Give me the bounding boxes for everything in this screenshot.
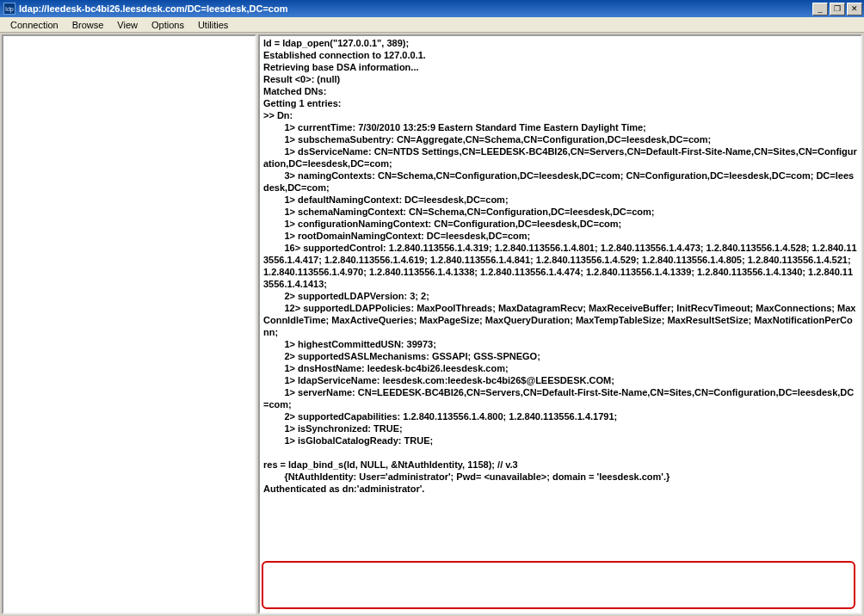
content-area: ld = ldap_open("127.0.0.1", 389); Establ…: [0, 33, 864, 616]
menu-utilities[interactable]: Utilities: [191, 19, 235, 31]
app-icon: ldp: [3, 3, 15, 15]
minimize-button[interactable]: _: [812, 3, 828, 15]
tree-pane[interactable]: [2, 34, 256, 614]
menu-view[interactable]: View: [110, 19, 145, 31]
restore-button[interactable]: ❐: [830, 3, 845, 15]
menu-browse[interactable]: Browse: [65, 19, 111, 31]
menu-connection[interactable]: Connection: [3, 19, 65, 31]
log-pane[interactable]: ld = ldap_open("127.0.0.1", 389); Establ…: [258, 34, 862, 614]
menubar: Connection Browse View Options Utilities: [0, 17, 864, 33]
window-title: ldap://leedesk-bc4bi26.leesdesk.com/DC=l…: [19, 3, 811, 14]
titlebar: ldp ldap://leedesk-bc4bi26.leesdesk.com/…: [0, 0, 864, 17]
close-button[interactable]: ✕: [847, 3, 862, 15]
log-output: ld = ldap_open("127.0.0.1", 389); Establ…: [260, 36, 861, 496]
highlight-annotation: [262, 561, 855, 609]
menu-options[interactable]: Options: [145, 19, 191, 31]
